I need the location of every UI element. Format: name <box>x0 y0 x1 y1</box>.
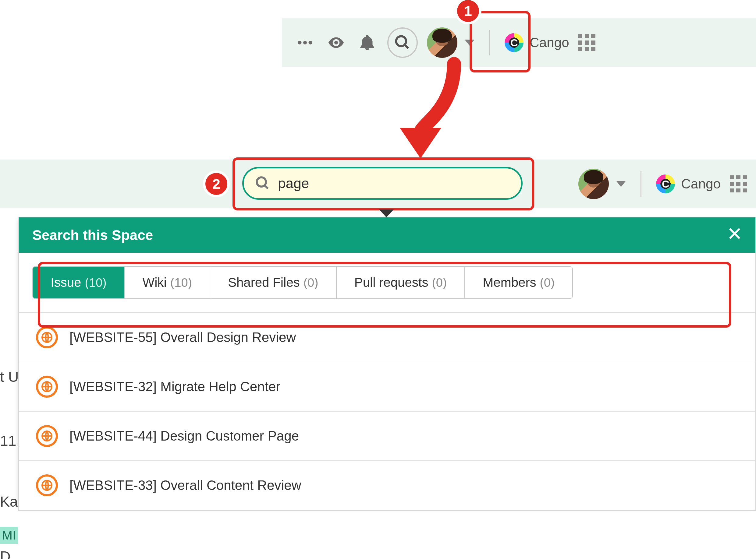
tabs-container: Issue(10)Wiki(10)Shared Files(0)Pull req… <box>19 253 755 313</box>
bg-fragment: t U <box>0 368 19 385</box>
tab-members[interactable]: Members(0) <box>465 267 572 298</box>
svg-point-3 <box>334 41 338 44</box>
divider <box>489 30 490 55</box>
search-panel: Search this Space Issue(10)Wiki(10)Share… <box>18 217 756 511</box>
tab-pull-requests[interactable]: Pull requests(0) <box>337 267 465 298</box>
tab-label: Members <box>483 275 536 290</box>
search-results-list: [WEBSITE-55] Overall Design Review[WEBSI… <box>19 313 755 510</box>
bg-fragment: 11, <box>0 432 20 449</box>
search-result-title: [WEBSITE-32] Migrate Help Center <box>69 379 280 394</box>
search-button[interactable] <box>387 27 418 58</box>
tab-wiki[interactable]: Wiki(10) <box>125 267 210 298</box>
workspace-name: Cango <box>530 35 569 50</box>
workspace-name: Cango <box>681 176 721 192</box>
close-icon <box>727 226 742 241</box>
search-result-row[interactable]: [WEBSITE-33] Overall Content Review <box>19 461 755 510</box>
tab-count: (0) <box>303 276 319 290</box>
user-menu-caret-icon[interactable] <box>465 40 474 46</box>
bg-fragment: Ka <box>0 493 18 510</box>
tab-label: Pull requests <box>354 275 428 290</box>
user-avatar[interactable] <box>427 27 457 58</box>
search-result-row[interactable]: [WEBSITE-44] Design Customer Page <box>19 412 755 461</box>
tab-label: Shared Files <box>228 275 300 290</box>
workspace-switcher[interactable]: C Cango <box>656 175 721 193</box>
tab-label: Wiki <box>143 275 167 290</box>
search-input-wrap <box>242 167 523 200</box>
search-result-row[interactable]: [WEBSITE-32] Migrate Help Center <box>19 362 755 412</box>
search-panel-header: Search this Space <box>19 217 755 253</box>
svg-line-5 <box>405 45 408 48</box>
search-input-pointer-icon <box>379 209 394 217</box>
globe-icon <box>36 474 58 496</box>
more-icon[interactable] <box>294 32 316 53</box>
bg-fragment: D <box>0 548 11 559</box>
workspace-logo-icon: C <box>504 33 523 52</box>
tab-count: (0) <box>432 276 447 290</box>
apps-grid-icon[interactable] <box>730 175 747 193</box>
tab-count: (10) <box>85 276 106 290</box>
search-result-title: [WEBSITE-33] Overall Content Review <box>69 478 301 493</box>
tab-shared-files[interactable]: Shared Files(0) <box>210 267 337 298</box>
svg-point-4 <box>396 36 406 46</box>
globe-icon <box>36 376 58 398</box>
workspace-logo-icon: C <box>656 175 675 193</box>
svg-point-0 <box>298 41 302 44</box>
search-panel-title: Search this Space <box>32 227 153 243</box>
tab-count: (10) <box>170 276 192 290</box>
search-result-title: [WEBSITE-44] Design Customer Page <box>69 428 299 444</box>
globe-icon <box>36 327 58 348</box>
user-avatar[interactable] <box>578 169 609 199</box>
top-toolbar-collapsed: C Cango <box>282 18 756 67</box>
svg-point-2 <box>309 41 312 44</box>
search-tabs: Issue(10)Wiki(10)Shared Files(0)Pull req… <box>32 266 573 299</box>
watch-icon[interactable] <box>325 32 347 53</box>
annotation-marker-2: 2 <box>203 171 230 197</box>
tab-label: Issue <box>50 275 81 290</box>
search-icon <box>255 175 271 191</box>
divider <box>641 171 642 197</box>
user-menu-caret-icon[interactable] <box>616 181 626 187</box>
notifications-icon[interactable] <box>356 32 378 53</box>
bg-fragment-badge: MI <box>0 527 18 544</box>
search-result-row[interactable]: [WEBSITE-55] Overall Design Review <box>19 313 755 362</box>
search-input[interactable] <box>278 175 510 192</box>
workspace-switcher[interactable]: C Cango <box>504 33 569 52</box>
apps-grid-icon[interactable] <box>578 34 596 51</box>
globe-icon <box>36 425 58 447</box>
svg-point-1 <box>303 41 307 44</box>
search-result-title: [WEBSITE-55] Overall Design Review <box>69 330 296 345</box>
svg-point-7 <box>257 178 266 187</box>
tab-issue[interactable]: Issue(10) <box>33 267 125 298</box>
svg-line-8 <box>265 185 268 189</box>
svg-marker-6 <box>400 128 441 158</box>
tab-count: (0) <box>540 276 555 290</box>
close-button[interactable] <box>727 226 742 244</box>
